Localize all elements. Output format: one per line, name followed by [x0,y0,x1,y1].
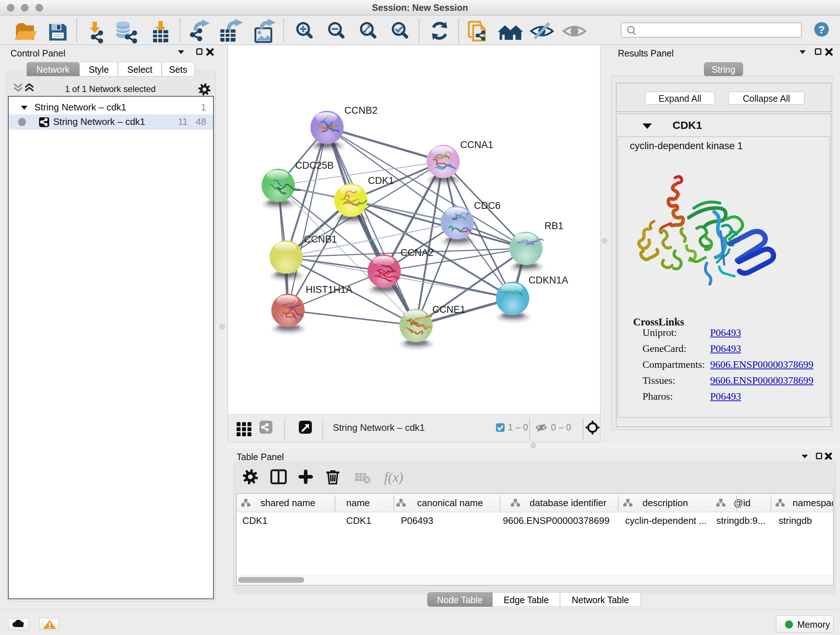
svg-text:database identifier: database identifier [530,497,607,508]
svg-text:shared name: shared name [261,497,316,508]
svg-text:CCNA2: CCNA2 [401,247,434,258]
svg-text:CDK1: CDK1 [368,175,394,186]
svg-text:0 – 0: 0 – 0 [551,422,571,432]
svg-text:CDKN1A: CDKN1A [529,275,568,286]
svg-text:canonical name: canonical name [417,497,483,508]
svg-text:CCNB2: CCNB2 [344,105,378,116]
svg-text:name: name [346,497,370,508]
svg-text:String Network – cdk1: String Network – cdk1 [333,422,425,433]
svg-text:f(x): f(x) [384,470,403,485]
svg-text:1 – 0: 1 – 0 [508,422,528,432]
svg-text:@id: @id [734,497,751,508]
svg-text:description: description [643,497,688,508]
svg-text:namespace: namespace [793,497,833,508]
svg-text:CDC6: CDC6 [474,200,501,211]
svg-text:?: ? [818,24,825,35]
svg-text:CCNA1: CCNA1 [460,139,493,150]
svg-text:HIST1H1A: HIST1H1A [306,284,352,295]
svg-text:CCNB1: CCNB1 [304,234,337,245]
svg-text:CCNE1: CCNE1 [432,304,466,315]
svg-text:RB1: RB1 [545,220,564,231]
svg-text:CDC25B: CDC25B [295,160,334,171]
